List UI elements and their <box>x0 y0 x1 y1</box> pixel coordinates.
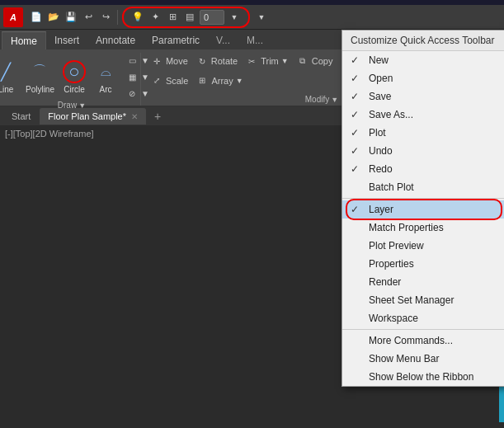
autocad-logo[interactable]: A <box>3 7 23 27</box>
doc-tab-start[interactable]: Start <box>3 108 39 125</box>
tool-polyline-label: Polyline <box>26 85 54 94</box>
qat-open-icon[interactable]: 📂 <box>46 10 61 25</box>
dropdown-item-save[interactable]: ✓ Save <box>342 87 504 106</box>
dropdown-sep-1 <box>342 198 504 199</box>
tool-arc[interactable]: ⌓ Arc <box>92 59 120 96</box>
tool-copy[interactable]: ⧉ Copy <box>294 54 336 68</box>
dropdown-item-workspace[interactable]: ✓ Workspace <box>342 309 504 327</box>
tool-circle[interactable]: ○ Circle <box>60 59 88 96</box>
dropdown-item-showbelow[interactable]: ✓ Show Below the Ribbon <box>342 368 504 386</box>
tab-manage[interactable]: M... <box>238 31 271 49</box>
rect-icon: ▭ <box>125 54 139 67</box>
gradient-icon: ⊘ <box>125 87 139 100</box>
tool-arc-label: Arc <box>100 85 112 94</box>
qat-dropdown-icon[interactable]: ▼ <box>227 10 242 25</box>
draw-tools: ╱ Line ⌒ Polyline ○ Circle ⌓ Arc ▭ ▼ <box>0 53 152 101</box>
dropdown-item-open[interactable]: ✓ Open <box>342 69 504 87</box>
tab-insert[interactable]: Insert <box>46 31 87 49</box>
check-below: ✓ <box>351 371 362 383</box>
check-batchplot: ✓ <box>351 181 362 193</box>
qat-dropdown-header: Customize Quick Access Toolbar <box>342 31 504 51</box>
qat-sun-icon[interactable]: ✦ <box>148 10 163 25</box>
qat-layer-icon[interactable]: ▤ <box>182 10 197 25</box>
rotate-icon: ↻ <box>195 54 209 68</box>
tab-home[interactable]: Home <box>2 31 46 49</box>
check-undo: ✓ <box>351 145 362 157</box>
tool-scale[interactable]: ⤢ Scale <box>148 73 191 88</box>
tool-move[interactable]: ✛ Move <box>148 54 191 68</box>
check-new: ✓ <box>351 54 362 66</box>
tool-line-label: Line <box>0 85 13 94</box>
hatch-icon: ▦ <box>125 70 139 83</box>
qat-highlight-area: 💡 ✦ ⊞ ▤ 0 ▼ <box>122 7 250 28</box>
dropdown-item-matchprop[interactable]: ✓ Match Properties <box>342 219 504 237</box>
tool-trim[interactable]: ✂ Trim ▼ <box>243 54 291 68</box>
dropdown-item-plot[interactable]: ✓ Plot <box>342 124 504 142</box>
check-workspace: ✓ <box>351 313 362 324</box>
dropdown-item-render[interactable]: ✓ Render <box>342 273 504 291</box>
check-layer: ✓ <box>351 204 362 215</box>
qat-redo-icon[interactable]: ↪ <box>98 10 113 25</box>
dropdown-item-undo[interactable]: ✓ Undo <box>342 142 504 160</box>
line-icon: ╱ <box>0 60 17 83</box>
check-more: ✓ <box>351 335 362 346</box>
qat-expand-icon[interactable]: ▼ <box>254 10 269 25</box>
scale-icon: ⤢ <box>150 74 163 87</box>
tab-parametric[interactable]: Parametric <box>144 31 208 49</box>
arc-icon: ⌓ <box>94 60 117 83</box>
check-save: ✓ <box>351 91 362 102</box>
check-properties: ✓ <box>351 258 362 270</box>
draw-group-label[interactable]: Draw ▼ <box>58 101 86 111</box>
check-saveas: ✓ <box>351 109 362 120</box>
check-open: ✓ <box>351 73 362 84</box>
dropdown-item-properties[interactable]: ✓ Properties <box>342 255 504 273</box>
move-icon: ✛ <box>150 54 163 68</box>
check-matchprop: ✓ <box>351 222 362 233</box>
check-plot: ✓ <box>351 127 362 139</box>
tool-array[interactable]: ⊞ Array ▼ <box>193 73 245 88</box>
qat-undo-icon[interactable]: ↩ <box>81 10 96 25</box>
tab-view[interactable]: V... <box>208 31 238 49</box>
dropdown-item-saveas[interactable]: ✓ Save As... <box>342 106 504 124</box>
qat-dropdown: Customize Quick Access Toolbar ✓ New ✓ O… <box>341 30 504 387</box>
close-tab-icon[interactable]: ✕ <box>131 112 138 121</box>
check-sheetset: ✓ <box>351 294 362 306</box>
qat-bar: A 📄 📂 💾 ↩ ↪ 💡 ✦ ⊞ ▤ 0 ▼ ▼ <box>0 5 504 30</box>
tool-circle-label: Circle <box>64 85 85 94</box>
check-redo: ✓ <box>351 163 362 175</box>
tool-rotate[interactable]: ↻ Rotate <box>193 54 240 68</box>
dropdown-item-new[interactable]: ✓ New <box>342 51 504 69</box>
check-menubar: ✓ <box>351 353 362 365</box>
trim-icon: ✂ <box>245 54 258 68</box>
circle-icon: ○ <box>63 60 86 83</box>
tool-polyline[interactable]: ⌒ Polyline <box>23 59 57 96</box>
array-icon: ⊞ <box>195 74 209 87</box>
qat-new-icon[interactable]: 📄 <box>29 10 44 25</box>
tab-annotate[interactable]: Annotate <box>87 31 144 49</box>
qat-bulb-icon[interactable]: 💡 <box>130 10 145 25</box>
polyline-icon: ⌒ <box>28 60 51 83</box>
draw-expand-icon: ▼ <box>78 101 86 110</box>
qat-grid-icon[interactable]: ⊞ <box>165 10 180 25</box>
dropdown-item-redo[interactable]: ✓ Redo <box>342 160 504 178</box>
qat-save-icon[interactable]: 💾 <box>64 10 78 25</box>
copy-icon: ⧉ <box>296 54 309 68</box>
check-render: ✓ <box>351 276 362 288</box>
dropdown-item-layer[interactable]: ✓ Layer <box>342 200 504 219</box>
qat-separator <box>117 10 118 25</box>
dropdown-sep-2 <box>342 329 504 330</box>
tool-line[interactable]: ╱ Line <box>0 59 20 96</box>
modify-group-label[interactable]: Modify ▼ <box>305 95 338 106</box>
new-tab-button[interactable]: + <box>150 109 165 124</box>
qat-number-input[interactable]: 0 <box>200 10 224 25</box>
modify-expand-icon: ▼ <box>331 96 338 104</box>
doc-tab-floorplan[interactable]: Floor Plan Sample* ✕ <box>40 108 146 125</box>
dropdown-item-morecommands[interactable]: ✓ More Commands... <box>342 332 504 350</box>
dropdown-item-batchplot[interactable]: ✓ Batch Plot <box>342 178 504 196</box>
dropdown-item-sheetset[interactable]: ✓ Sheet Set Manager <box>342 291 504 309</box>
check-plotpreview: ✓ <box>351 240 362 252</box>
ribbon-group-draw: ╱ Line ⌒ Polyline ○ Circle ⌓ Arc ▭ ▼ <box>3 53 141 106</box>
dropdown-item-plotpreview[interactable]: ✓ Plot Preview <box>342 237 504 255</box>
dropdown-item-showmenubar[interactable]: ✓ Show Menu Bar <box>342 350 504 368</box>
